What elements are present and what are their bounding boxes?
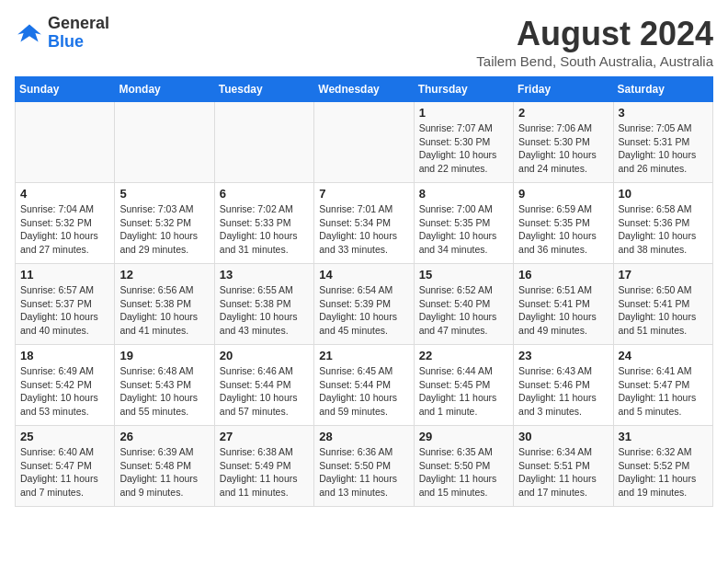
- calendar-cell: 5Sunrise: 7:03 AMSunset: 5:32 PMDaylight…: [115, 183, 214, 264]
- calendar-cell: [115, 102, 214, 183]
- day-info: Sunrise: 6:44 AMSunset: 5:45 PMDaylight:…: [419, 364, 508, 419]
- col-header-sunday: Sunday: [16, 77, 115, 102]
- day-number: 13: [220, 268, 309, 282]
- day-info: Sunrise: 6:38 AMSunset: 5:49 PMDaylight:…: [220, 445, 309, 500]
- calendar-cell: 7Sunrise: 7:01 AMSunset: 5:34 PMDaylight…: [314, 183, 414, 264]
- day-info: Sunrise: 7:05 AMSunset: 5:31 PMDaylight:…: [619, 121, 708, 176]
- calendar-cell: 20Sunrise: 6:46 AMSunset: 5:44 PMDayligh…: [214, 345, 313, 426]
- day-number: 4: [20, 187, 109, 201]
- calendar-header-row: SundayMondayTuesdayWednesdayThursdayFrid…: [16, 77, 713, 102]
- day-info: Sunrise: 6:50 AMSunset: 5:41 PMDaylight:…: [619, 283, 708, 338]
- day-number: 8: [419, 187, 508, 201]
- day-number: 20: [220, 349, 309, 362]
- calendar-cell: 4Sunrise: 7:04 AMSunset: 5:32 PMDaylight…: [16, 183, 115, 264]
- day-number: 28: [319, 430, 408, 443]
- day-info: Sunrise: 7:01 AMSunset: 5:34 PMDaylight:…: [319, 202, 408, 257]
- calendar-cell: 23Sunrise: 6:43 AMSunset: 5:46 PMDayligh…: [514, 345, 613, 426]
- day-number: 11: [20, 268, 109, 282]
- day-info: Sunrise: 6:48 AMSunset: 5:43 PMDaylight:…: [119, 364, 209, 419]
- day-info: Sunrise: 6:54 AMSunset: 5:39 PMDaylight:…: [319, 283, 408, 338]
- day-info: Sunrise: 6:40 AMSunset: 5:47 PMDaylight:…: [20, 445, 109, 500]
- calendar-cell: [214, 102, 313, 183]
- calendar-cell: 27Sunrise: 6:38 AMSunset: 5:49 PMDayligh…: [214, 426, 313, 507]
- week-row-3: 11Sunrise: 6:57 AMSunset: 5:37 PMDayligh…: [16, 264, 713, 345]
- day-number: 30: [518, 430, 608, 443]
- col-header-thursday: Thursday: [414, 77, 513, 102]
- col-header-wednesday: Wednesday: [314, 77, 414, 102]
- day-info: Sunrise: 6:59 AMSunset: 5:35 PMDaylight:…: [518, 202, 608, 257]
- calendar-cell: 8Sunrise: 7:00 AMSunset: 5:35 PMDaylight…: [414, 183, 513, 264]
- logo-bird-icon: [15, 18, 44, 48]
- day-info: Sunrise: 6:46 AMSunset: 5:44 PMDaylight:…: [220, 364, 309, 419]
- calendar-cell: [16, 102, 115, 183]
- col-header-tuesday: Tuesday: [214, 77, 313, 102]
- calendar-cell: 3Sunrise: 7:05 AMSunset: 5:31 PMDaylight…: [613, 102, 712, 183]
- day-info: Sunrise: 6:52 AMSunset: 5:40 PMDaylight:…: [419, 283, 508, 338]
- calendar-cell: 13Sunrise: 6:55 AMSunset: 5:38 PMDayligh…: [214, 264, 313, 345]
- calendar-cell: 6Sunrise: 7:02 AMSunset: 5:33 PMDaylight…: [214, 183, 313, 264]
- day-info: Sunrise: 6:49 AMSunset: 5:42 PMDaylight:…: [20, 364, 109, 419]
- day-info: Sunrise: 7:06 AMSunset: 5:30 PMDaylight:…: [518, 121, 608, 176]
- day-number: 3: [619, 106, 708, 120]
- day-info: Sunrise: 6:32 AMSunset: 5:52 PMDaylight:…: [619, 445, 708, 500]
- calendar-cell: 16Sunrise: 6:51 AMSunset: 5:41 PMDayligh…: [514, 264, 613, 345]
- calendar-cell: 9Sunrise: 6:59 AMSunset: 5:35 PMDaylight…: [514, 183, 613, 264]
- day-number: 26: [119, 430, 209, 443]
- day-info: Sunrise: 6:56 AMSunset: 5:38 PMDaylight:…: [119, 283, 209, 338]
- logo-text: GeneralBlue: [48, 15, 109, 52]
- day-number: 17: [619, 268, 708, 282]
- week-row-5: 25Sunrise: 6:40 AMSunset: 5:47 PMDayligh…: [16, 426, 713, 507]
- page-header: GeneralBlue August 2024 Tailem Bend, Sou…: [15, 15, 713, 69]
- col-header-saturday: Saturday: [613, 77, 712, 102]
- day-number: 10: [619, 187, 708, 201]
- day-number: 29: [419, 430, 508, 443]
- day-info: Sunrise: 6:36 AMSunset: 5:50 PMDaylight:…: [319, 445, 408, 500]
- col-header-friday: Friday: [514, 77, 613, 102]
- day-info: Sunrise: 7:07 AMSunset: 5:30 PMDaylight:…: [419, 121, 508, 176]
- day-number: 1: [419, 106, 508, 120]
- calendar-cell: 25Sunrise: 6:40 AMSunset: 5:47 PMDayligh…: [16, 426, 115, 507]
- day-number: 22: [419, 349, 508, 362]
- svg-marker-0: [17, 24, 41, 41]
- day-number: 23: [518, 349, 608, 362]
- calendar-cell: 31Sunrise: 6:32 AMSunset: 5:52 PMDayligh…: [613, 426, 712, 507]
- day-info: Sunrise: 6:45 AMSunset: 5:44 PMDaylight:…: [319, 364, 408, 419]
- week-row-2: 4Sunrise: 7:04 AMSunset: 5:32 PMDaylight…: [16, 183, 713, 264]
- day-number: 19: [119, 349, 209, 362]
- calendar-cell: 2Sunrise: 7:06 AMSunset: 5:30 PMDaylight…: [514, 102, 613, 183]
- calendar-cell: 14Sunrise: 6:54 AMSunset: 5:39 PMDayligh…: [314, 264, 414, 345]
- calendar-cell: 17Sunrise: 6:50 AMSunset: 5:41 PMDayligh…: [613, 264, 712, 345]
- main-title: August 2024: [476, 15, 713, 53]
- calendar-cell: 28Sunrise: 6:36 AMSunset: 5:50 PMDayligh…: [314, 426, 414, 507]
- day-info: Sunrise: 6:41 AMSunset: 5:47 PMDaylight:…: [619, 364, 708, 419]
- day-number: 9: [518, 187, 608, 201]
- day-info: Sunrise: 6:39 AMSunset: 5:48 PMDaylight:…: [119, 445, 209, 500]
- calendar-cell: 15Sunrise: 6:52 AMSunset: 5:40 PMDayligh…: [414, 264, 513, 345]
- logo: GeneralBlue: [15, 15, 109, 52]
- day-info: Sunrise: 6:57 AMSunset: 5:37 PMDaylight:…: [20, 283, 109, 338]
- calendar-cell: 24Sunrise: 6:41 AMSunset: 5:47 PMDayligh…: [613, 345, 712, 426]
- day-number: 31: [619, 430, 708, 443]
- day-info: Sunrise: 7:04 AMSunset: 5:32 PMDaylight:…: [20, 202, 109, 257]
- day-number: 7: [319, 187, 408, 201]
- calendar-cell: [314, 102, 414, 183]
- day-info: Sunrise: 6:43 AMSunset: 5:46 PMDaylight:…: [518, 364, 608, 419]
- col-header-monday: Monday: [115, 77, 214, 102]
- day-number: 16: [518, 268, 608, 282]
- calendar-cell: 26Sunrise: 6:39 AMSunset: 5:48 PMDayligh…: [115, 426, 214, 507]
- day-number: 6: [220, 187, 309, 201]
- calendar-cell: 30Sunrise: 6:34 AMSunset: 5:51 PMDayligh…: [514, 426, 613, 507]
- week-row-1: 1Sunrise: 7:07 AMSunset: 5:30 PMDaylight…: [16, 102, 713, 183]
- day-number: 18: [20, 349, 109, 362]
- day-number: 27: [220, 430, 309, 443]
- day-info: Sunrise: 7:03 AMSunset: 5:32 PMDaylight:…: [119, 202, 209, 257]
- day-number: 24: [619, 349, 708, 362]
- subtitle: Tailem Bend, South Australia, Australia: [476, 53, 713, 69]
- day-info: Sunrise: 6:58 AMSunset: 5:36 PMDaylight:…: [619, 202, 708, 257]
- day-number: 2: [518, 106, 608, 120]
- day-info: Sunrise: 6:35 AMSunset: 5:50 PMDaylight:…: [419, 445, 508, 500]
- calendar-cell: 18Sunrise: 6:49 AMSunset: 5:42 PMDayligh…: [16, 345, 115, 426]
- calendar-cell: 11Sunrise: 6:57 AMSunset: 5:37 PMDayligh…: [16, 264, 115, 345]
- day-number: 25: [20, 430, 109, 443]
- calendar-cell: 12Sunrise: 6:56 AMSunset: 5:38 PMDayligh…: [115, 264, 214, 345]
